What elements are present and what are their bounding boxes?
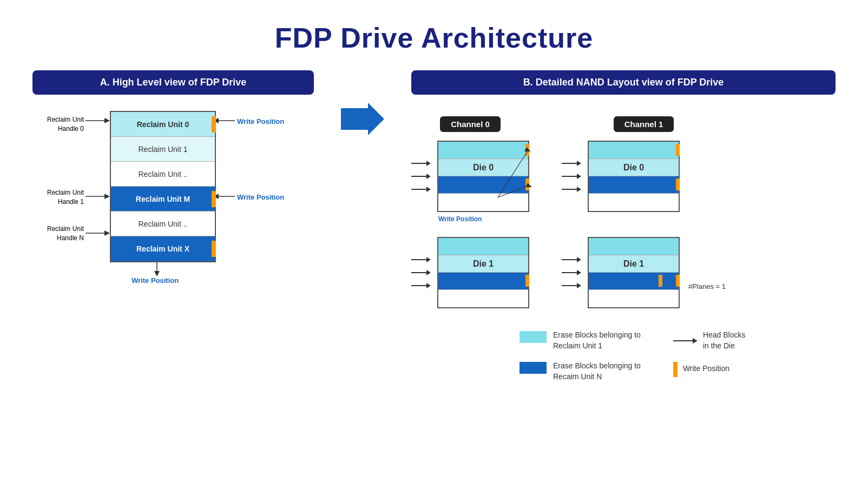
- ch1-die0-label: Die 0: [623, 163, 644, 173]
- ru-row-x: Reclaim Unit X: [111, 236, 215, 261]
- channel-1-block: Channel 1: [562, 116, 726, 308]
- ch1-die1-row2: Die 1: [589, 255, 679, 273]
- ch0-die0-row3: [438, 176, 528, 194]
- legend-orange-bar-icon: [673, 362, 678, 377]
- legend-swatch-cyan: [520, 331, 547, 343]
- section-left-header: A. High Level view of FDP Drive: [32, 70, 314, 95]
- ch1-d0-obar2: [676, 179, 680, 190]
- svg-marker-5: [104, 230, 110, 236]
- ch0-die0-row: Die 0: [411, 141, 529, 212]
- legend-arrow-icon: [673, 338, 698, 343]
- ch1-die0-arrow3: [562, 187, 581, 192]
- page-title-container: FDP Drive Architecture: [0, 0, 868, 70]
- ch0-d0-obar1: [525, 144, 529, 156]
- ch1-die1-box: Die 1: [588, 237, 680, 308]
- ch0-die0-label: Die 0: [473, 163, 494, 173]
- page-title: FDP Drive Architecture: [0, 22, 868, 54]
- legend-swatch-navy: [520, 362, 547, 374]
- ch1-die1-arrow2: [562, 270, 581, 275]
- ch0-die1-wrapper: Die 1: [411, 237, 529, 308]
- ch0-die0-write-pos: Write Position: [438, 215, 482, 223]
- ch0-die1-row2: Die 1: [438, 255, 528, 273]
- ru-row-0: Reclaim Unit 0: [111, 112, 215, 137]
- ch0-die0-arrow3: [411, 187, 431, 192]
- ru-row-dots1: Reclaim Unit ..: [111, 162, 215, 187]
- write-pos-ru0: Write Position: [237, 117, 284, 125]
- ch0-die0-arrow1: [411, 161, 431, 166]
- legend-text-navy: Erase Blocks belonging toRecaim Unit N: [553, 361, 641, 382]
- ch0-d1-obar: [525, 275, 529, 287]
- channel-0-label: Channel 0: [440, 116, 501, 132]
- ch0-die1-row: Die 1: [411, 237, 529, 308]
- ch0-die0-row1: [438, 142, 528, 159]
- ch0-die1-row3: [438, 273, 528, 290]
- legend-text-arrow: Head Blocksin the Die: [703, 330, 746, 351]
- ch1-die0-arrow2: [562, 174, 581, 179]
- channel-1-label: Channel 1: [614, 116, 674, 132]
- ch0-die0-arrow2: [411, 174, 431, 179]
- legend-right: Head Blocksin the Die Write Position: [673, 330, 746, 377]
- left-diagram-wrapper: Reclaim UnitHandle 0 Reclaim UnitHandle …: [32, 111, 314, 279]
- legend-item-write-pos: Write Position: [673, 361, 746, 377]
- planes-label: #Planes = 1: [688, 282, 726, 290]
- section-right: B. Detailed NAND Layout view of FDP Driv…: [411, 70, 836, 382]
- legend-left: Erase Blocks belonging toReclaim Unit 1 …: [520, 330, 641, 382]
- ch0-die1-label: Die 1: [473, 259, 494, 269]
- svg-marker-12: [341, 103, 384, 135]
- channel-0-block: Channel 0: [411, 116, 529, 308]
- legend-item-navy: Erase Blocks belonging toRecaim Unit N: [520, 361, 641, 382]
- orange-bar-x: [212, 241, 216, 257]
- ch1-die0-arrows: [562, 161, 581, 192]
- channel-1-dies: Die 0: [562, 141, 726, 308]
- ch0-die0-arrows: [411, 161, 431, 192]
- legend-text-cyan: Erase Blocks belonging toReclaim Unit 1: [553, 330, 641, 351]
- ch1-die1-label: Die 1: [623, 259, 644, 269]
- ch1-die0-arrow1: [562, 161, 581, 166]
- section-left: A. High Level view of FDP Drive Reclaim …: [32, 70, 314, 279]
- svg-marker-11: [154, 271, 160, 276]
- ch0-die1-arrow3: [411, 283, 431, 288]
- ch0-die1-row4: [438, 290, 528, 307]
- ch0-die1-box: Die 1: [437, 237, 529, 308]
- ch1-die0-row: Die 0: [562, 141, 726, 212]
- orange-bar-0: [212, 116, 216, 133]
- ch1-die1-arrows: [562, 257, 581, 288]
- legend: Erase Blocks belonging toReclaim Unit 1 …: [520, 330, 836, 382]
- ch0-d0-obar2: [525, 179, 529, 190]
- ch1-die0-row4: [589, 194, 679, 211]
- channels-row: Channel 0: [411, 116, 836, 308]
- right-diagram: Channel 0: [411, 111, 836, 382]
- section-right-header: B. Detailed NAND Layout view of FDP Driv…: [411, 70, 836, 95]
- ru-row-1: Reclaim Unit 1: [111, 137, 215, 162]
- ru-row-m: Reclaim Unit M: [111, 187, 215, 212]
- ch0-die1-row1: [438, 238, 528, 255]
- write-pos-below: Write Position: [131, 276, 179, 285]
- ch1-die1-arrow1: [562, 257, 581, 262]
- ch1-d1-obar1: [676, 275, 680, 287]
- svg-marker-1: [104, 118, 110, 123]
- write-pos-rum: Write Position: [237, 193, 284, 201]
- ch1-die1-row: Die 1 #Planes = 1: [562, 237, 726, 308]
- legend-item-arrow: Head Blocksin the Die: [673, 330, 746, 351]
- ch1-die1-arrow3: [562, 283, 581, 288]
- legend-text-write-pos: Write Position: [683, 364, 729, 374]
- ch0-die0-row4: [438, 194, 528, 211]
- channel-0-dies: Die 0 Write Position: [411, 141, 529, 308]
- svg-marker-3: [104, 194, 110, 199]
- big-arrow: [341, 70, 384, 135]
- ch0-die0-row2: Die 0: [438, 159, 528, 176]
- ch1-die0-wrapper: Die 0: [562, 141, 726, 212]
- ch0-die1-arrow2: [411, 270, 431, 275]
- ch1-die0-row3: [589, 176, 679, 194]
- ru-table: Reclaim Unit 0 Reclaim Unit 1 Reclaim Un…: [110, 111, 216, 262]
- big-arrow-svg: [341, 103, 384, 135]
- ch0-die0-box: Die 0: [437, 141, 529, 212]
- main-content: A. High Level view of FDP Drive Reclaim …: [0, 70, 868, 382]
- orange-bar-m: [212, 191, 216, 207]
- ch1-die0-row2: Die 0: [589, 159, 679, 176]
- ch1-die0-row1: [589, 142, 679, 159]
- ru-row-dots2: Reclaim Unit ..: [111, 212, 215, 236]
- ch1-die1-wrapper: Die 1 #Planes = 1: [562, 237, 726, 308]
- ch1-die1-row1: [589, 238, 679, 255]
- ch1-die1-row4: [589, 290, 679, 307]
